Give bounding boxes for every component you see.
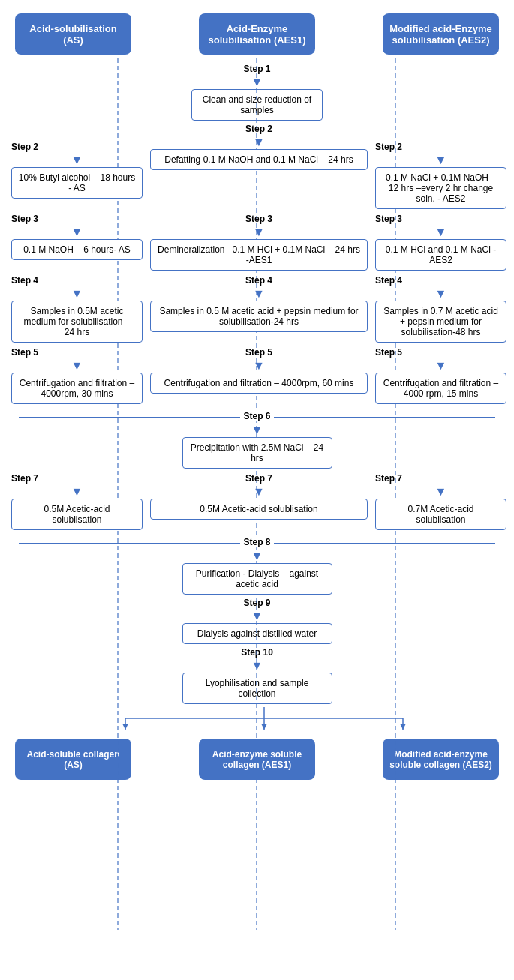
arrow-step8: ▼ (251, 550, 263, 563)
step1-label: Step 1 (243, 64, 270, 74)
arrow-step4-center: ▼ (253, 287, 265, 301)
step4-right-box: Samples in 0.7 M acetic acid + pepsin me… (375, 301, 506, 343)
footer-right: Modified acid-enzyme soluble collagen (A… (383, 739, 499, 780)
svg-marker-9 (261, 724, 267, 730)
arrow-step4-right: ▼ (375, 287, 506, 301)
arrow-step7-left: ▼ (11, 485, 143, 499)
step5-center-label: Step 5 (245, 347, 272, 358)
step2-center-label: Step 2 (245, 124, 272, 134)
step6-label: Step 6 (240, 411, 273, 421)
arrow-step3-center: ▼ (253, 226, 265, 239)
arrow-step5-left: ▼ (11, 359, 143, 373)
step2-center-box: Defatting 0.1 M NaOH and 0.1 M NaCl – 24… (150, 149, 368, 170)
step6-box: Precipitation with 2.5M NaCl – 24 hrs (182, 437, 332, 469)
footer-left: Acid-soluble collagen (AS) (15, 739, 131, 780)
step9-label: Step 9 (243, 598, 270, 608)
step3-right-label: Step 3 (375, 214, 506, 224)
step2-right-box: 0.1 M NaCl + 0.1M NaOH – 12 hrs –every 2… (375, 167, 506, 209)
step5-left-label: Step 5 (11, 347, 143, 358)
header-left: Acid-solubilisation (AS) (15, 13, 131, 55)
step3-left-label: Step 3 (11, 214, 143, 224)
arrow-step2-left: ▼ (11, 154, 143, 167)
step1-box: Clean and size reduction of samples (191, 89, 323, 121)
step4-right-label: Step 4 (375, 275, 506, 286)
arrow-step1: ▼ (251, 76, 263, 89)
step8-box: Purification - Dialysis – against acetic… (182, 563, 332, 595)
step10-label: Step 10 (241, 647, 273, 658)
step2-left-box: 10% Butyl alcohol – 18 hours - AS (11, 167, 143, 199)
step4-left-box: Samples in 0.5M acetic medium for solubi… (11, 301, 143, 343)
step3-left-box: 0.1 M NaOH – 6 hours- AS (11, 239, 143, 260)
step10-box: Lyophilisation and sample collection (182, 673, 332, 704)
arrow-step10: ▼ (251, 659, 263, 673)
arrow-step4-left: ▼ (11, 287, 143, 301)
step2-right-label: Step 2 (375, 142, 506, 152)
step9-box: Dialysis against distilled water (182, 623, 332, 644)
arrow-step2-center: ▼ (253, 136, 265, 149)
step4-left-label: Step 4 (11, 275, 143, 286)
step7-center-label: Step 7 (245, 473, 272, 484)
step7-right-box: 0.7M Acetic-acid solublisation (375, 499, 506, 530)
header-center: Acid-Enzyme solubilisation (AES1) (199, 13, 315, 55)
arrow-step7-center: ▼ (253, 485, 265, 499)
arrow-step6: ▼ (251, 424, 263, 437)
footer-row: Acid-soluble collagen (AS) Acid-enzyme s… (8, 733, 506, 786)
arrow-step7-right: ▼ (375, 485, 506, 499)
step8-label: Step 8 (240, 537, 273, 547)
arrow-step5-center: ▼ (253, 359, 265, 373)
step7-left-label: Step 7 (11, 473, 143, 484)
step5-left-box: Centrifugation and filtration – 4000rpm,… (11, 373, 143, 404)
header-right: Modified acid-Enzyme solubilisation (AES… (383, 13, 499, 55)
step3-right-box: 0.1 M HCl and 0.1 M NaCl - AES2 (375, 239, 506, 271)
step3-center-box: Demineralization– 0.1 M HCl + 0.1M NaCl … (150, 239, 368, 271)
step4-center-label: Step 4 (245, 275, 272, 286)
step4-center-box: Samples in 0.5 M acetic acid + pepsin me… (150, 301, 368, 332)
step7-right-label: Step 7 (375, 473, 506, 484)
step7-center-box: 0.5M Acetic-acid solublisation (150, 499, 368, 520)
arrow-step2-right: ▼ (375, 154, 506, 167)
step7-left-box: 0.5M Acetic-acid solublisation (11, 499, 143, 530)
svg-marker-8 (122, 724, 128, 730)
step5-right-label: Step 5 (375, 347, 506, 358)
arrow-step3-left: ▼ (11, 226, 143, 239)
step2-left-label: Step 2 (11, 142, 143, 152)
arrow-step9: ▼ (251, 610, 263, 623)
arrow-step3-right: ▼ (375, 226, 506, 239)
header-row: Acid-solubilisation (AS) Acid-Enzyme sol… (8, 7, 506, 61)
svg-marker-10 (400, 724, 406, 730)
arrow-step5-right: ▼ (375, 359, 506, 373)
footer-center: Acid-enzyme soluble collagen (AES1) (199, 739, 315, 780)
step5-right-box: Centrifugation and filtration – 4000 rpm… (375, 373, 506, 404)
step3-center-label: Step 3 (245, 214, 272, 224)
step5-center-box: Centrifugation and filtration – 4000rpm,… (150, 373, 368, 394)
